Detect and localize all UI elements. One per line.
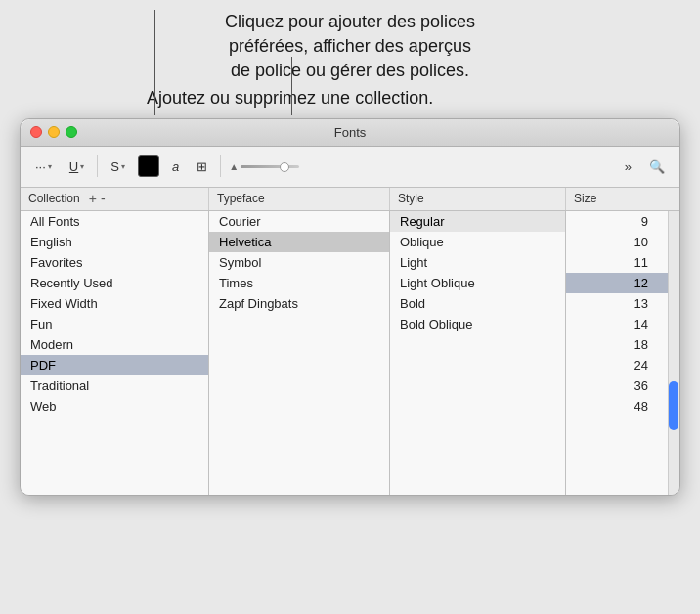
expand-button[interactable]: » [620,156,636,177]
collection-item[interactable]: Recently Used [21,273,208,293]
collection-item[interactable]: Web [21,396,208,417]
search-icon: 🔍 [649,159,665,174]
expand-icon: » [625,159,632,174]
strikethrough-chevron: ▾ [121,162,125,171]
size-item[interactable]: 18 [566,334,668,355]
style-item[interactable]: Light [390,252,565,273]
size-list[interactable]: 9101112131418243648 [566,211,668,495]
collection-panel[interactable]: All FontsEnglishFavoritesRecently UsedFi… [21,211,209,495]
size-item[interactable]: 36 [566,375,668,396]
size-panel[interactable]: 9101112131418243648 [566,211,679,495]
collection-item[interactable]: English [21,232,208,252]
slider-track[interactable] [241,165,299,168]
typeface-header: Typeface [209,188,390,210]
typeface-panel[interactable]: CourierHelveticaSymbolTimesZapf Dingbats [209,211,390,495]
size-item[interactable]: 48 [566,396,668,417]
size-item[interactable]: 11 [566,252,668,273]
style-header-label: Style [398,192,424,205]
italic-button[interactable]: a [167,156,184,177]
size-slider[interactable]: ▲ [229,161,299,172]
collection-item[interactable]: Modern [21,334,208,355]
typeface-header-label: Typeface [217,192,265,205]
annotation-text1: Cliquez pour ajouter des polices préféré… [39,10,661,84]
underline-button[interactable]: U ▾ [65,156,89,177]
size-item[interactable]: 14 [566,314,668,334]
fonts-window: Fonts ··· ▾ U ▾ S ▾ a ⊞ ▲ [20,118,680,496]
add-remove-controls: + - [88,192,107,205]
scrollbar-track [668,211,679,495]
typeface-item[interactable]: Helvetica [209,232,389,252]
content-area: All FontsEnglishFavoritesRecently UsedFi… [21,211,679,495]
remove-collection-button[interactable]: - [100,192,107,205]
extras-button[interactable]: ··· ▾ [30,156,57,177]
style-item[interactable]: Regular [390,211,565,232]
collection-item[interactable]: Favorites [21,252,208,273]
collection-item[interactable]: Fun [21,314,208,334]
titlebar: Fonts [21,119,679,147]
style-item[interactable]: Light Oblique [390,273,565,293]
typeface-item[interactable]: Times [209,273,389,293]
style-item[interactable]: Oblique [390,232,565,252]
strikethrough-button[interactable]: S ▾ [106,156,130,177]
typeface-item[interactable]: Symbol [209,252,389,273]
annotation-text2: Ajoutez ou supprimez une collection. [147,86,661,110]
strikethrough-icon: S [110,159,119,174]
size-item[interactable]: 10 [566,232,668,252]
color-swatch[interactable] [138,155,159,177]
underline-chevron: ▾ [80,162,84,171]
size-item[interactable]: 12 [566,273,668,293]
window-controls [30,126,77,138]
maximize-button[interactable] [66,126,77,138]
size-item[interactable]: 24 [566,355,668,375]
collection-item[interactable]: All Fonts [21,211,208,232]
size-item[interactable]: 13 [566,293,668,314]
window-title: Fonts [334,125,367,140]
collection-item[interactable]: Fixed Width [21,293,208,314]
slider-thumb [280,162,289,172]
separator-1 [97,155,98,177]
size-header-label: Size [574,192,596,205]
collection-item[interactable]: PDF [21,355,208,375]
italic-icon: a [172,159,179,174]
separator-2 [220,155,221,177]
add-collection-button[interactable]: + [88,192,98,205]
underline-icon: U [69,159,78,174]
columns-button[interactable]: ⊞ [192,156,212,177]
scrollbar-thumb[interactable] [669,381,678,430]
style-item[interactable]: Bold [390,293,565,314]
typeface-item[interactable]: Zapf Dingbats [209,293,389,314]
callout-line-left [154,10,155,115]
close-button[interactable] [30,126,42,138]
style-panel[interactable]: RegularObliqueLightLight ObliqueBoldBold… [390,211,566,495]
style-header: Style [390,188,566,210]
slider-small-a: ▲ [229,161,239,172]
extras-icon: ··· [35,159,46,174]
callout-line-right [291,57,292,115]
size-header: Size [566,188,679,210]
column-headers: Collection + - Typeface Style Size [21,188,679,211]
collection-header-label: Collection [28,192,80,205]
size-item[interactable]: 9 [566,211,668,232]
toolbar: ··· ▾ U ▾ S ▾ a ⊞ ▲ » [21,147,679,188]
search-button[interactable]: 🔍 [644,156,670,177]
size-scrollbar[interactable] [668,211,679,495]
columns-icon: ⊞ [197,159,207,174]
style-item[interactable]: Bold Oblique [390,314,565,334]
collection-item[interactable]: Traditional [21,375,208,396]
collection-header: Collection + - [21,188,209,210]
minimize-button[interactable] [48,126,60,138]
extras-chevron: ▾ [48,162,52,171]
typeface-item[interactable]: Courier [209,211,389,232]
annotation-area: Cliquez pour ajouter des polices préféré… [0,0,700,110]
